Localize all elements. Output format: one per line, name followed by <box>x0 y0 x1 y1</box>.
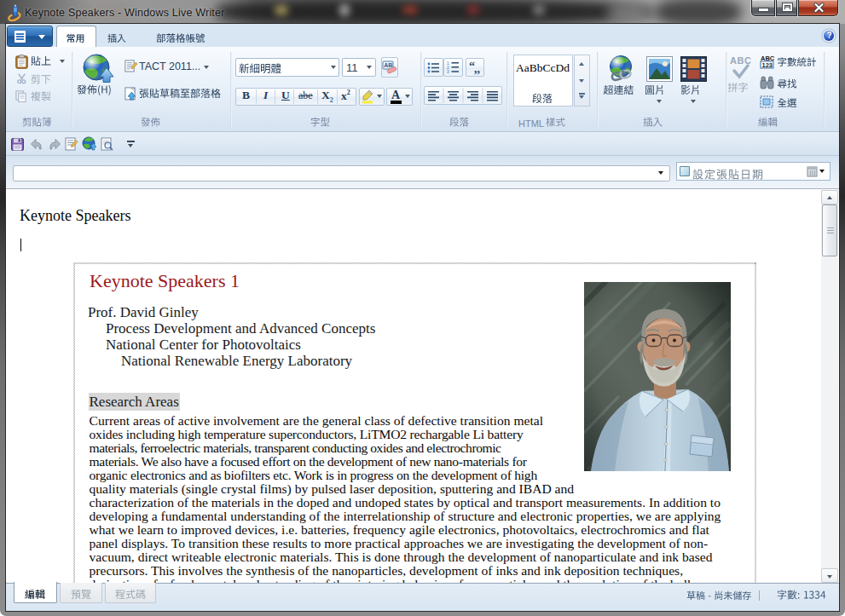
svg-text:AB: AB <box>384 62 392 68</box>
svg-text:3: 3 <box>447 70 449 73</box>
svg-text:123: 123 <box>762 61 773 69</box>
